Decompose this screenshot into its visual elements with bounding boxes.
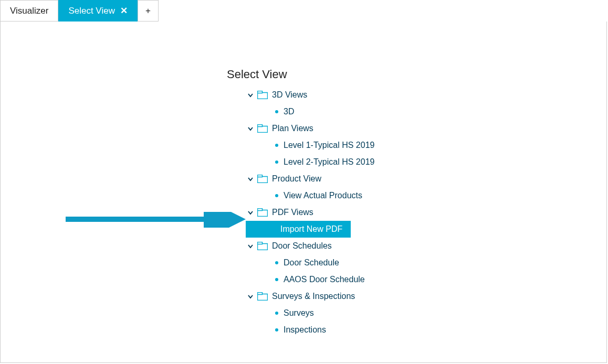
tree-folder[interactable]: Product View (246, 170, 403, 187)
tree-item[interactable]: 3D (246, 103, 403, 120)
svg-rect-11 (258, 293, 263, 295)
tree-item-label: 3D (284, 107, 294, 116)
tree-folder[interactable]: Door Schedules (246, 238, 403, 254)
tree-item-label: Inspections (284, 325, 326, 335)
tree-item[interactable]: Level 2-Typical HS 2019 (246, 154, 403, 170)
folder-icon (257, 242, 268, 250)
bullet-icon (275, 160, 278, 164)
tree-item-label: Level 2-Typical HS 2019 (284, 157, 374, 167)
tree-folder-label: Door Schedules (272, 241, 332, 251)
svg-rect-9 (258, 242, 263, 244)
folder-icon (257, 208, 268, 217)
tree-folder-label: PDF Views (272, 208, 313, 217)
svg-rect-4 (258, 177, 268, 183)
svg-rect-8 (258, 244, 268, 250)
page-heading: Select View (227, 68, 287, 81)
folder-icon (257, 91, 268, 99)
folder-icon (257, 292, 268, 301)
tree-folder[interactable]: PDF Views (246, 204, 403, 221)
folder-icon (257, 175, 268, 183)
tab-add[interactable]: + (138, 0, 159, 22)
close-icon[interactable]: ✕ (120, 5, 128, 16)
tab-visualizer[interactable]: Visualizer (0, 0, 58, 22)
svg-rect-7 (258, 209, 263, 211)
bullet-icon (275, 278, 278, 281)
tree-item-label: View Actual Products (284, 191, 362, 200)
svg-rect-6 (258, 210, 268, 217)
chevron-down-icon[interactable] (246, 292, 255, 301)
tab-select-view[interactable]: Select View ✕ (58, 0, 138, 22)
bullet-icon (275, 328, 278, 331)
svg-rect-3 (258, 125, 263, 127)
tree-item-label: Surveys (284, 308, 314, 318)
svg-rect-1 (258, 91, 263, 93)
tab-visualizer-label: Visualizer (10, 6, 48, 16)
tree-item-label: Door Schedule (284, 258, 339, 267)
bullet-icon (275, 110, 278, 113)
chevron-down-icon[interactable] (246, 241, 255, 251)
bullet-icon (275, 194, 278, 197)
tree-item[interactable]: AAOS Door Schedule (246, 271, 403, 288)
tree-item[interactable]: Door Schedule (246, 254, 403, 271)
svg-rect-2 (258, 126, 268, 133)
plus-icon: + (145, 6, 151, 16)
tree-item[interactable]: Import New PDF (246, 221, 351, 238)
tree-item[interactable]: Level 1-Typical HS 2019 (246, 137, 403, 154)
bullet-icon (275, 144, 278, 147)
tree-item[interactable]: View Actual Products (246, 187, 403, 204)
folder-icon (257, 124, 268, 133)
annotation-arrow (63, 212, 247, 228)
tree-folder-label: Surveys & Inspections (272, 292, 355, 301)
tree-item[interactable]: Inspections (246, 322, 403, 338)
chevron-down-icon[interactable] (246, 174, 255, 184)
bullet-icon (275, 261, 278, 264)
bullet-icon (275, 312, 278, 315)
chevron-down-icon[interactable] (246, 90, 255, 100)
tree-folder-label: 3D Views (272, 90, 307, 100)
tab-bar: Visualizer Select View ✕ + (0, 0, 608, 22)
tree-item-label: AAOS Door Schedule (284, 275, 365, 284)
chevron-down-icon[interactable] (246, 208, 255, 217)
tree-folder[interactable]: 3D Views (246, 87, 403, 103)
tree-item-label: Import New PDF (280, 224, 342, 234)
tab-select-view-label: Select View (68, 6, 115, 16)
tree-folder[interactable]: Surveys & Inspections (246, 288, 403, 305)
svg-rect-5 (258, 175, 263, 177)
content-panel: Select View 3D Views3DPlan ViewsLevel 1-… (1, 22, 606, 362)
view-tree: 3D Views3DPlan ViewsLevel 1-Typical HS 2… (246, 87, 403, 338)
tree-folder-label: Plan Views (272, 124, 313, 133)
svg-rect-0 (258, 93, 268, 99)
tree-item[interactable]: Surveys (246, 305, 403, 322)
tree-folder-label: Product View (272, 174, 321, 184)
tree-folder[interactable]: Plan Views (246, 120, 403, 137)
svg-rect-10 (258, 294, 268, 301)
tree-item-label: Level 1-Typical HS 2019 (284, 141, 374, 150)
chevron-down-icon[interactable] (246, 124, 255, 133)
